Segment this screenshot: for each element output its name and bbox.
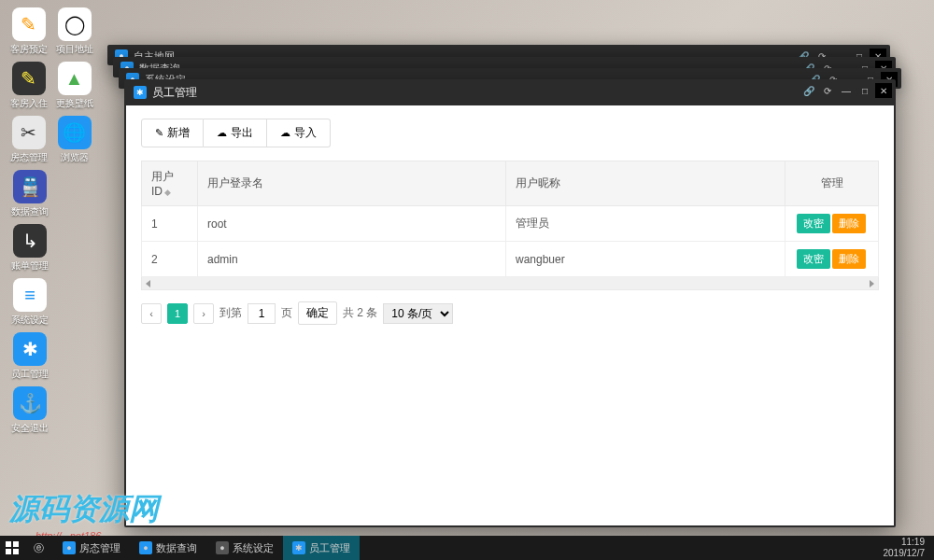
window-icon: ✱ — [134, 86, 147, 99]
desktop-icon-rooms[interactable]: ✂房态管理 — [7, 116, 50, 164]
download-icon: ☁ — [217, 127, 227, 139]
window-title: 员工管理 — [152, 85, 197, 101]
desktop-icon-wallpaper[interactable]: ▲更换壁纸 — [53, 62, 95, 110]
app-icon: ● — [216, 541, 229, 554]
image-icon: ▲ — [58, 62, 92, 95]
desktop-icon-query[interactable]: 🚆数据查询 — [7, 170, 52, 218]
prev-page-button[interactable]: ‹ — [141, 303, 162, 324]
taskbar-item-query[interactable]: ●数据查询 — [130, 536, 206, 560]
minimize-icon[interactable]: — — [838, 83, 855, 98]
axis-icon: ↳ — [13, 224, 47, 258]
data-icon: 🚆 — [13, 170, 47, 203]
taskbar-clock[interactable]: 11:192019/12/7 — [874, 537, 935, 559]
col-nick: 用户昵称 — [506, 161, 785, 206]
col-id[interactable]: 用户ID◆ — [142, 161, 198, 206]
anchor-icon: ⚓ — [13, 386, 47, 420]
desktop-icon-checkin[interactable]: ✎客房入住 — [7, 62, 50, 110]
refresh-icon[interactable]: ⟳ — [819, 83, 836, 98]
page-1-button[interactable]: 1 — [167, 303, 188, 324]
edit-password-button[interactable]: 改密 — [797, 249, 830, 269]
toolbar: ✎新增 ☁导出 ☁导入 — [141, 119, 879, 147]
col-manage: 管理 — [785, 161, 879, 206]
settings-icon: ≡ — [13, 278, 47, 312]
window-staff-management: ✱ 员工管理 🔗 ⟳ — □ ✕ ✎新增 ☁导出 ☁导入 用户ID◆ 用户登录名… — [124, 79, 896, 527]
scissors-icon: ✂ — [12, 116, 46, 149]
svg-rect-2 — [6, 549, 11, 554]
app-icon: ● — [63, 541, 76, 554]
desktop-icon-staff[interactable]: ✱员工管理 — [7, 332, 52, 381]
window-titlebar[interactable]: ✱ 员工管理 🔗 ⟳ — □ ✕ — [124, 79, 896, 105]
desktop-icon-system[interactable]: ≡系统设定 — [7, 278, 52, 327]
taskbar: ⓔ ●房态管理 ●数据查询 ●系统设定 ✱员工管理 11:192019/12/7 — [0, 536, 934, 560]
export-button[interactable]: ☁导出 — [204, 119, 267, 147]
github-icon: ◯ — [58, 7, 92, 41]
maximize-icon[interactable]: □ — [856, 83, 873, 98]
table-row: 2 admin wangbuer 改密删除 — [142, 242, 879, 277]
desktop-icon-project[interactable]: ◯项目地址 — [53, 7, 95, 56]
svg-rect-3 — [13, 549, 19, 554]
horizontal-scrollbar[interactable] — [141, 277, 879, 290]
desktop-icon-bills[interactable]: ↳账单管理 — [7, 224, 52, 273]
add-button[interactable]: ✎新增 — [141, 119, 204, 147]
ie-icon: ⓔ — [34, 541, 44, 555]
col-login: 用户登录名 — [198, 161, 506, 206]
edit-password-button[interactable]: 改密 — [797, 214, 830, 233]
edit-icon: ✎ — [155, 127, 163, 139]
desktop-icons: ✎客房预定 ◯项目地址 ✎客房入住 ▲更换壁纸 ✂房态管理 🌐浏览器 🚆数据查询… — [0, 0, 103, 448]
desktop-icon-booking[interactable]: ✎客房预定 — [7, 7, 50, 56]
edit-icon: ✎ — [12, 62, 46, 95]
desktop-icon-logout[interactable]: ⚓安全退出 — [7, 386, 52, 435]
next-page-button[interactable]: › — [193, 303, 214, 324]
start-button[interactable] — [0, 536, 24, 560]
import-button[interactable]: ☁导入 — [267, 119, 331, 147]
svg-rect-0 — [6, 541, 11, 547]
taskbar-item-system[interactable]: ●系统设定 — [206, 536, 283, 560]
taskbar-ie[interactable]: ⓔ — [24, 536, 53, 560]
window-body: ✎新增 ☁导出 ☁导入 用户ID◆ 用户登录名 用户昵称 管理 1 root 管… — [126, 105, 894, 525]
upload-icon: ☁ — [280, 127, 290, 139]
sort-icon: ◆ — [164, 188, 171, 197]
goto-page-input[interactable] — [248, 303, 276, 324]
table-row: 1 root 管理员 改密删除 — [142, 206, 879, 242]
pagination: ‹ 1 › 到第 页 确定 共 2 条 10 条/页 — [141, 301, 879, 325]
link-icon[interactable]: 🔗 — [800, 83, 817, 98]
person-icon: ✱ — [13, 332, 47, 366]
delete-button[interactable]: 删除 — [832, 249, 866, 269]
desktop-icon-browser[interactable]: 🌐浏览器 — [53, 116, 95, 164]
globe-icon: 🌐 — [58, 116, 92, 149]
taskbar-item-staff[interactable]: ✱员工管理 — [283, 536, 360, 560]
delete-button[interactable]: 删除 — [832, 214, 866, 233]
note-icon: ✎ — [12, 7, 46, 41]
per-page-select[interactable]: 10 条/页 — [383, 303, 453, 324]
total-count: 共 2 条 — [343, 305, 377, 321]
app-icon: ● — [139, 541, 152, 554]
close-icon[interactable]: ✕ — [875, 83, 892, 98]
app-icon: ✱ — [292, 541, 305, 554]
user-table: 用户ID◆ 用户登录名 用户昵称 管理 1 root 管理员 改密删除 2 ad… — [141, 161, 879, 277]
goto-confirm-button[interactable]: 确定 — [298, 301, 337, 325]
taskbar-item-rooms[interactable]: ●房态管理 — [53, 536, 130, 560]
svg-rect-1 — [13, 541, 19, 547]
